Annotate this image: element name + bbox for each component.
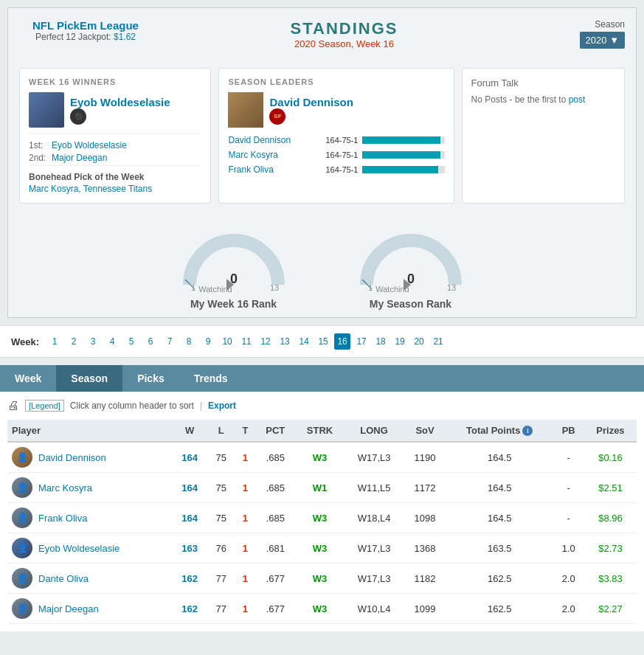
leader-bar-wrap xyxy=(362,136,444,144)
tab-season[interactable]: Season xyxy=(56,365,122,392)
cell-long: W18,L4 xyxy=(344,503,404,533)
leader-row-name[interactable]: Frank Oliva xyxy=(228,164,309,175)
week-rank-label: My Week 16 Rank xyxy=(175,298,293,310)
week-rank-gauge: 0 Watching 1 13 My Week 16 Rank xyxy=(175,226,293,310)
col-sov[interactable]: SoV xyxy=(404,420,446,442)
week-btn-18[interactable]: 18 xyxy=(373,333,389,350)
col-prizes[interactable]: Prizes xyxy=(584,420,637,442)
table-row: 👤 David Dennison 164 75 1 .685 W3 W17,L3… xyxy=(7,442,637,473)
winner-name[interactable]: Eyob Woldeselasie xyxy=(70,96,170,108)
forum-card: Forum Talk No Posts - be the first to po… xyxy=(462,68,625,204)
table-row: 👤 Major Deegan 162 77 1 .677 W3 W10,L4 1… xyxy=(7,594,637,624)
player-avatar: 👤 xyxy=(12,538,32,558)
week-btn-6[interactable]: 6 xyxy=(142,333,159,350)
week-btn-15[interactable]: 15 xyxy=(315,333,331,350)
leader-row-score: 164-75-1 xyxy=(314,165,358,174)
player-name[interactable]: Eyob Woldeselasie xyxy=(38,543,120,554)
place-1st-name[interactable]: Eyob Woldeselasie xyxy=(52,140,127,150)
cell-long: W17,L3 xyxy=(344,564,404,594)
cell-w: 162 xyxy=(172,594,207,624)
cell-player: 👤 Dante Oliva xyxy=(7,564,172,594)
week-btn-5[interactable]: 5 xyxy=(123,333,139,350)
leader-name-block: David Dennison SF xyxy=(269,96,353,125)
player-name[interactable]: Marc Kosyra xyxy=(38,482,92,493)
cell-pct: .677 xyxy=(256,594,296,624)
col-long[interactable]: LONG xyxy=(344,420,404,442)
week-btn-1[interactable]: 1 xyxy=(46,333,63,350)
svg-text:Watching: Watching xyxy=(375,285,409,292)
col-l[interactable]: L xyxy=(207,420,235,442)
total-points-info-icon[interactable]: i xyxy=(522,426,533,436)
legend-button[interactable]: [Legend] xyxy=(25,400,64,412)
player-name[interactable]: Dante Oliva xyxy=(38,573,89,584)
week-btn-10[interactable]: 10 xyxy=(219,333,235,350)
export-button[interactable]: Export xyxy=(208,401,236,411)
cell-pb: - xyxy=(553,473,584,503)
cell-long: W17,L3 xyxy=(344,533,404,564)
week-btn-8[interactable]: 8 xyxy=(181,333,197,350)
cell-t: 1 xyxy=(235,503,255,533)
cell-w: 164 xyxy=(172,442,207,473)
table-head: Player W L T PCT STRK LONG SoV Total Poi… xyxy=(7,420,637,442)
week-btn-12[interactable]: 12 xyxy=(257,333,274,350)
col-t[interactable]: T xyxy=(235,420,255,442)
leader-name[interactable]: David Dennison xyxy=(269,96,353,108)
standings-subtitle: 2020 Season, Week 16 xyxy=(152,38,536,49)
cell-t: 1 xyxy=(235,533,255,564)
week-btn-20[interactable]: 20 xyxy=(411,333,427,350)
print-icon[interactable]: 🖨 xyxy=(7,399,19,412)
leader-row-name[interactable]: Marc Kosyra xyxy=(228,150,309,160)
player-name[interactable]: David Dennison xyxy=(38,452,106,463)
col-w[interactable]: W xyxy=(172,420,207,442)
tab-trends[interactable]: Trends xyxy=(179,365,243,392)
season-rank-gauge: 0 Watching 1 13 My Season Rank xyxy=(352,226,470,310)
season-dropdown[interactable]: 2020 ▼ xyxy=(580,32,625,49)
cell-pct: .685 xyxy=(256,503,296,533)
table-row: 👤 Dante Oliva 162 77 1 .677 W3 W17,L3 11… xyxy=(7,564,637,594)
week-btn-19[interactable]: 19 xyxy=(392,333,408,350)
cell-total-pts: 162.5 xyxy=(446,594,553,624)
top-section: NFL PickEm League Perfect 12 Jackpot: $1… xyxy=(8,8,636,60)
week-btn-16[interactable]: 16 xyxy=(334,333,350,350)
jackpot-label: Perfect 12 Jackpot: xyxy=(35,32,114,42)
leader-row-score: 164-75-1 xyxy=(314,136,358,145)
week-btn-11[interactable]: 11 xyxy=(238,333,255,350)
week-btn-7[interactable]: 7 xyxy=(162,333,178,350)
place-2nd-name[interactable]: Major Deegan xyxy=(52,153,107,163)
week-btn-3[interactable]: 3 xyxy=(85,333,101,350)
forum-no-posts: No Posts - be the first to xyxy=(471,94,569,105)
leader-avatar xyxy=(228,92,263,128)
week-btn-2[interactable]: 2 xyxy=(66,333,82,350)
svg-text:1: 1 xyxy=(367,283,372,292)
cell-w: 164 xyxy=(172,473,207,503)
col-total-points[interactable]: Total Points i xyxy=(446,420,553,442)
tabs-row: WeekSeasonPicksTrends xyxy=(0,365,644,392)
week-btn-4[interactable]: 4 xyxy=(104,333,120,350)
player-avatar: 👤 xyxy=(12,507,32,528)
week-btn-9[interactable]: 9 xyxy=(200,333,216,350)
col-pb[interactable]: PB xyxy=(553,420,584,442)
week-btn-17[interactable]: 17 xyxy=(353,333,370,350)
cell-pb: 1.0 xyxy=(553,533,584,564)
tab-week[interactable]: Week xyxy=(0,365,56,392)
bonehead-detail[interactable]: Marc Kosyra, Tennessee Titans xyxy=(29,184,201,194)
tab-picks[interactable]: Picks xyxy=(122,365,179,392)
cell-strk: W3 xyxy=(295,533,344,564)
week-btn-14[interactable]: 14 xyxy=(296,333,312,350)
leader-row-name[interactable]: David Dennison xyxy=(228,135,309,145)
cell-l: 75 xyxy=(207,442,235,473)
cell-total-pts: 163.5 xyxy=(446,533,553,564)
cell-l: 77 xyxy=(207,564,235,594)
player-name[interactable]: Major Deegan xyxy=(38,603,99,614)
forum-post-link[interactable]: post xyxy=(569,94,586,105)
week-btn-21[interactable]: 21 xyxy=(430,333,446,350)
col-pct[interactable]: PCT xyxy=(256,420,296,442)
standings-block: STANDINGS 2020 Season, Week 16 xyxy=(152,19,536,49)
col-strk[interactable]: STRK xyxy=(295,420,344,442)
cell-sov: 1368 xyxy=(404,533,446,564)
cell-pct: .685 xyxy=(256,473,296,503)
leaders-list: David Dennison 164-75-1 Marc Kosyra 164-… xyxy=(228,135,444,175)
player-name[interactable]: Frank Oliva xyxy=(38,513,87,524)
week-btn-13[interactable]: 13 xyxy=(277,333,293,350)
col-player[interactable]: Player xyxy=(7,420,172,442)
